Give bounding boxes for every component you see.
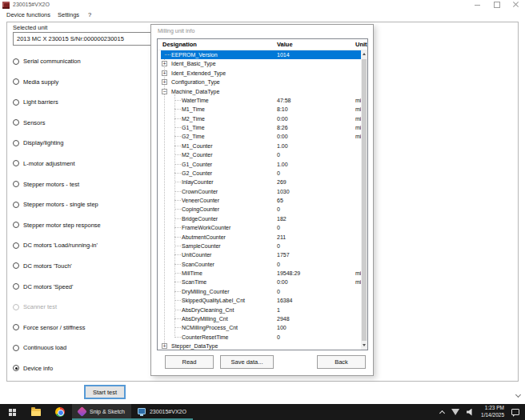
row-designation: Configuration_Type xyxy=(171,78,220,86)
tree-row-abutmentcounter[interactable]: AbutmentCounter211 xyxy=(158,233,361,242)
chrome-icon xyxy=(55,407,65,417)
notification-center-icon[interactable] xyxy=(511,409,519,415)
menu-device-functions[interactable]: Device functions xyxy=(6,11,50,18)
tree-row-g1-counter[interactable]: G1_Counter1.00 xyxy=(158,160,361,169)
radio-device-info[interactable]: Device info xyxy=(13,365,101,372)
tree-row-counterresettime[interactable]: CounterResetTime0 xyxy=(158,333,361,342)
tree-row-drymilling-counter[interactable]: DryMilling_Counter0 xyxy=(158,287,361,296)
tree-row-scancounter[interactable]: ScanCounter0 xyxy=(158,260,361,269)
save-data-button[interactable]: Save data... xyxy=(220,355,274,369)
row-designation: FrameWorkCounter xyxy=(182,223,230,232)
radio-stepper-motors-test[interactable]: Stepper motors - test xyxy=(13,181,101,188)
radio-media-supply[interactable]: Media supply xyxy=(13,78,101,86)
radio-stepper-motor-step-response[interactable]: Stepper motor step response xyxy=(13,222,101,229)
tree-row-crowncounter[interactable]: CrownCounter1030 xyxy=(158,187,361,196)
radio-l-motor-adjustment[interactable]: L-motor adjustment xyxy=(13,160,101,167)
tree-row-machine-datatype[interactable]: −Machine_DataType xyxy=(158,87,361,96)
tree-scrollbar[interactable] xyxy=(361,50,367,350)
row-designation: EEPROM_Version xyxy=(171,50,218,59)
taskbar-app-snip-sketch[interactable]: Snip & Sketch xyxy=(72,404,131,420)
tree-row-ident-basic-type[interactable]: +Ident_Basic_Type xyxy=(158,59,361,68)
scroll-down-icon[interactable] xyxy=(361,342,367,350)
tree-row-g2-counter[interactable]: G2_Counter0 xyxy=(158,169,361,178)
taskbar-clock[interactable]: 1:23 PM 1/14/2025 xyxy=(481,405,504,419)
tree-row-absdrymilling-cnt[interactable]: AbsDryMilling_Cnt2948 xyxy=(158,314,361,323)
tree-row-inlaycounter[interactable]: InlayCounter269 xyxy=(158,178,361,186)
radio-serial-communication[interactable]: Serial communication xyxy=(13,58,101,65)
tree-row-m1-time[interactable]: M1_Time8:10mi xyxy=(158,105,361,114)
tree-row-eeprom-version[interactable]: EEPROM_Version1014 xyxy=(158,50,361,59)
tree-row-g2-time[interactable]: G2_Time0:00mi xyxy=(158,132,361,141)
tree-row-copingcounter[interactable]: CopingCounter0 xyxy=(158,205,361,214)
tree-row-m2-counter[interactable]: M2_Counter0 xyxy=(158,150,361,159)
tree-row-unitcounter[interactable]: UnitCounter1757 xyxy=(158,250,361,259)
expand-icon[interactable]: + xyxy=(162,343,167,349)
start-button[interactable] xyxy=(0,404,24,420)
tree-row-skippedqualitylabel-cnt[interactable]: SkippedQualityLabel_Cnt16384 xyxy=(158,296,361,305)
radio-force-sensor-stiffness[interactable]: Force sensor / stiffness xyxy=(13,324,101,331)
radio-label: L-motor adjustment xyxy=(23,160,75,167)
tree-row-bridgecounter[interactable]: BridgeCounter182 xyxy=(158,214,361,223)
row-value: 1757 xyxy=(277,250,290,259)
menu-help[interactable]: ? xyxy=(88,11,91,18)
start-test-button[interactable]: Start test xyxy=(84,385,126,399)
tree-row-absdrycleaning-cnt[interactable]: AbsDryCleaning_Cnt1 xyxy=(158,306,361,314)
row-designation: ScanTime xyxy=(182,278,206,286)
chrome-button[interactable] xyxy=(48,404,72,420)
radio-light-barriers[interactable]: Light barriers xyxy=(13,98,101,106)
tree-row-configuration-type[interactable]: +Configuration_Type xyxy=(158,78,361,86)
radio-display-lighting[interactable]: Display/lighting xyxy=(13,139,101,146)
back-button[interactable]: Back xyxy=(317,355,366,369)
tree-tick xyxy=(174,227,181,228)
scroll-up-icon[interactable] xyxy=(361,50,367,58)
row-designation: MillTime xyxy=(182,269,202,278)
tree-row-ncmillingprocess-cnt[interactable]: NCMillingProcess_Cnt100 xyxy=(158,323,361,332)
tree-row-scantime[interactable]: ScanTime0:00mi xyxy=(158,278,361,286)
read-button[interactable]: Read xyxy=(165,355,214,369)
scrollbar-thumb[interactable] xyxy=(362,59,367,341)
row-value: 65 xyxy=(277,196,283,205)
maximize-icon[interactable] xyxy=(494,2,499,7)
row-designation: BridgeCounter xyxy=(182,214,218,223)
tree-row-m1-counter[interactable]: M1_Counter1.00 xyxy=(158,142,361,150)
row-value: 269 xyxy=(277,178,287,186)
radio-continuous-load[interactable]: Continuous load xyxy=(13,344,101,351)
radio-stepper-motors-single-step[interactable]: Stepper motors - single step xyxy=(13,201,101,208)
row-designation: DryMilling_Counter xyxy=(182,287,230,296)
expand-icon[interactable]: + xyxy=(162,61,167,66)
taskbar-app-230015-vx2o[interactable]: 230015#VX2O xyxy=(131,404,193,420)
tree-row-ident-extended-type[interactable]: +Ident_Extended_Type xyxy=(158,69,361,78)
tree-row-milltime[interactable]: MillTime19548:29mi xyxy=(158,269,361,278)
collapse-icon[interactable]: − xyxy=(162,89,167,94)
radio-dc-motors-speed[interactable]: DC motors 'Speed' xyxy=(13,283,101,290)
close-icon[interactable] xyxy=(513,2,519,7)
tree-tick xyxy=(174,264,181,265)
row-designation: AbutmentCounter xyxy=(182,233,226,242)
tree-row-stepper-datatype[interactable]: +Stepper_DataType xyxy=(158,342,361,350)
expand-icon[interactable]: + xyxy=(162,79,167,85)
row-value: 8:26 xyxy=(277,123,288,132)
tree-tick xyxy=(174,118,181,119)
speaker-icon[interactable] xyxy=(467,409,474,416)
tree-row-watertime[interactable]: WaterTime47:58mi xyxy=(158,96,361,105)
radio-icon xyxy=(13,99,19,106)
tree-row-frameworkcounter[interactable]: FrameWorkCounter0 xyxy=(158,223,361,232)
tree-row-veneercounter[interactable]: VeneerCounter65 xyxy=(158,196,361,205)
tree-row-samplecounter[interactable]: SampleCounter0 xyxy=(158,242,361,250)
wifi-icon[interactable] xyxy=(451,409,459,415)
radio-label: Media supply xyxy=(23,78,58,86)
tree-row-m2-time[interactable]: M2_Time0:00mi xyxy=(158,114,361,123)
radio-dc-motors-touch[interactable]: DC motors 'Touch' xyxy=(13,262,101,270)
menu-settings[interactable]: Settings xyxy=(58,11,79,18)
row-unit: mi xyxy=(355,132,361,141)
expand-icon[interactable]: + xyxy=(162,70,167,76)
radio-dc-motors-load-running-in[interactable]: DC motors 'Load/running-in' xyxy=(13,242,101,249)
tree-row-g1-time[interactable]: G1_Time8:26mi xyxy=(158,123,361,132)
row-value: 8:10 xyxy=(277,105,288,114)
row-designation: M1_Counter xyxy=(182,142,213,150)
minimize-icon[interactable] xyxy=(475,2,480,7)
row-designation: NCMillingProcess_Cnt xyxy=(182,323,238,332)
radio-sensors[interactable]: Sensors xyxy=(13,119,101,126)
file-explorer-button[interactable] xyxy=(24,404,48,420)
tray-chevron-up-icon[interactable] xyxy=(439,410,445,415)
